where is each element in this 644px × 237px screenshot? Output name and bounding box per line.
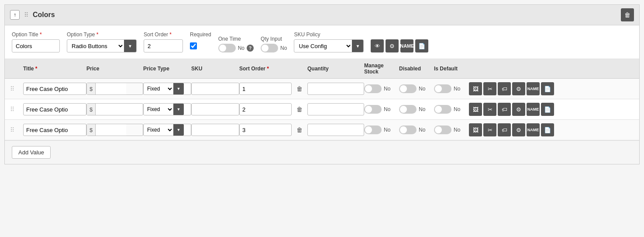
row-settings-button[interactable]: ⚙ <box>512 82 525 95</box>
row-settings-button[interactable]: ⚙ <box>512 123 525 136</box>
row-image-button[interactable]: 🖼 <box>469 123 482 136</box>
pricetype-arrow: ▼ <box>173 83 184 94</box>
col-title-header: Title * <box>23 66 86 72</box>
row-tag-button[interactable]: 🏷 <box>498 123 511 136</box>
row-tag-button[interactable]: 🏷 <box>498 82 511 95</box>
qty-input-toggle[interactable] <box>261 44 278 52</box>
col-sortorder-header: Sort Order * <box>239 66 292 72</box>
required-checkbox[interactable] <box>190 42 197 49</box>
disabled-toggle[interactable] <box>399 125 417 134</box>
row-sortorder-input[interactable] <box>239 83 292 95</box>
row-name-button[interactable]: NAME <box>527 82 540 95</box>
one-time-help-icon[interactable]: ? <box>247 45 254 52</box>
sku-policy-arrow: ▼ <box>352 40 363 52</box>
row-pricetype-select[interactable]: Fixed Percent <box>144 104 173 115</box>
row-drag-handle[interactable]: ⠿ <box>10 106 23 113</box>
price-input-wrap: $ <box>86 83 143 95</box>
manage-toggle-wrap: No <box>364 125 399 134</box>
manage-toggle[interactable] <box>364 125 382 134</box>
row-sortorder-cell <box>239 103 292 115</box>
isdefault-toggle[interactable] <box>434 105 451 114</box>
qty-input-toggle-label: No <box>280 45 287 51</box>
row-pricetype-cell: Fixed Percent ▼ <box>143 103 191 115</box>
row-drag-handle[interactable]: ⠿ <box>10 85 23 92</box>
collapse-button[interactable]: ↑ <box>10 10 20 20</box>
eye-button[interactable]: 👁 <box>371 39 384 52</box>
row-link-button[interactable]: ✂ <box>483 82 496 95</box>
sku-policy-label: SKU Policy <box>294 31 364 38</box>
row-sortorder-cell <box>239 124 292 136</box>
row-image-button[interactable]: 🖼 <box>469 103 482 116</box>
row-title-input[interactable] <box>23 124 86 136</box>
sku-policy-select-wrap: Use Config As Product As Option As Produ… <box>294 39 364 52</box>
manage-toggle[interactable] <box>364 105 382 114</box>
row-sku-input[interactable] <box>191 124 239 136</box>
row-delete-icon[interactable]: 🗑 <box>296 126 303 133</box>
panel-delete-button[interactable]: 🗑 <box>621 8 634 21</box>
isdefault-toggle-label: No <box>454 127 460 133</box>
values-footer: Add Value <box>5 140 639 164</box>
isdefault-toggle[interactable] <box>434 84 451 93</box>
row-sku-input[interactable] <box>191 83 239 95</box>
row-link-button[interactable]: ✂ <box>483 123 496 136</box>
one-time-toggle[interactable] <box>218 44 236 52</box>
col-disabled-header: Disabled <box>399 66 434 72</box>
row-doc-button[interactable]: 📄 <box>541 82 554 95</box>
row-sku-input[interactable] <box>191 103 239 115</box>
row-actions-cell: 🖼 ✂ 🏷 ⚙ NAME 📄 <box>469 123 634 136</box>
settings-icon: ⚙ <box>516 106 521 113</box>
row-price-cell: $ <box>86 103 143 115</box>
row-title-input[interactable] <box>23 103 86 115</box>
row-quantity-input[interactable] <box>307 124 364 136</box>
row-doc-button[interactable]: 📄 <box>541 103 554 116</box>
doc-button[interactable]: 📄 <box>415 39 428 52</box>
row-link-button[interactable]: ✂ <box>483 103 496 116</box>
row-pricetype-cell: Fixed Percent ▼ <box>143 124 191 136</box>
tag-icon: 🏷 <box>502 127 507 133</box>
row-quantity-input[interactable] <box>307 103 364 115</box>
add-value-button[interactable]: Add Value <box>12 146 51 159</box>
row-drag-handle[interactable]: ⠿ <box>10 126 23 133</box>
option-title-input[interactable] <box>12 39 60 52</box>
disabled-toggle[interactable] <box>399 84 417 93</box>
row-pricetype-select[interactable]: Fixed Percent <box>144 124 173 136</box>
row-price-input[interactable] <box>96 83 126 94</box>
row-price-input[interactable] <box>96 104 126 115</box>
row-name-button[interactable]: NAME <box>527 123 540 136</box>
table-row: ⠿ $ Fixed Percent ▼ <box>5 79 639 99</box>
row-doc-button[interactable]: 📄 <box>541 123 554 136</box>
gear-button[interactable]: ⚙ <box>386 39 399 52</box>
colors-panel: ↑ ⠿ Colors 🗑 Option Title * Option Type … <box>4 4 640 164</box>
row-quantity-cell <box>307 103 364 115</box>
manage-toggle-label: No <box>384 127 390 133</box>
row-sortorder-input[interactable] <box>239 103 292 115</box>
doc-icon: 📄 <box>544 86 551 92</box>
row-pricetype-select[interactable]: Fixed Percent <box>144 83 173 94</box>
values-table-header: Title * Price Price Type SKU Sort Order … <box>5 59 639 79</box>
drag-handle[interactable]: ⠿ <box>24 11 28 18</box>
row-name-button[interactable]: NAME <box>527 103 540 116</box>
row-manage-cell: No <box>364 84 399 93</box>
row-delete-cell: 🗑 <box>292 85 307 92</box>
manage-toggle[interactable] <box>364 84 382 93</box>
row-delete-icon[interactable]: 🗑 <box>296 106 303 113</box>
sku-policy-select[interactable]: Use Config As Product As Option As Produ… <box>294 40 352 52</box>
col-manage-header: Manage Stock <box>364 63 399 75</box>
row-quantity-input[interactable] <box>307 83 364 95</box>
row-price-input[interactable] <box>96 124 126 136</box>
panel-header: ↑ ⠿ Colors 🗑 <box>5 5 639 25</box>
pricetype-select-wrap: Fixed Percent ▼ <box>143 103 191 115</box>
row-tag-button[interactable]: 🏷 <box>498 103 511 116</box>
row-settings-button[interactable]: ⚙ <box>512 103 525 116</box>
name-button[interactable]: NAME <box>400 39 413 52</box>
row-title-input[interactable] <box>23 83 86 95</box>
option-type-select[interactable]: Radio Buttons Checkbox Drop-down Multipl… <box>67 40 124 52</box>
isdefault-toggle[interactable] <box>434 125 451 134</box>
required-checkbox-wrap <box>190 39 211 52</box>
row-sortorder-input[interactable] <box>239 124 292 136</box>
row-delete-icon[interactable]: 🗑 <box>296 85 303 92</box>
row-image-button[interactable]: 🖼 <box>469 82 482 95</box>
sort-order-input[interactable] <box>144 39 183 52</box>
disabled-toggle[interactable] <box>399 105 417 114</box>
disabled-toggle-wrap: No <box>399 105 434 114</box>
